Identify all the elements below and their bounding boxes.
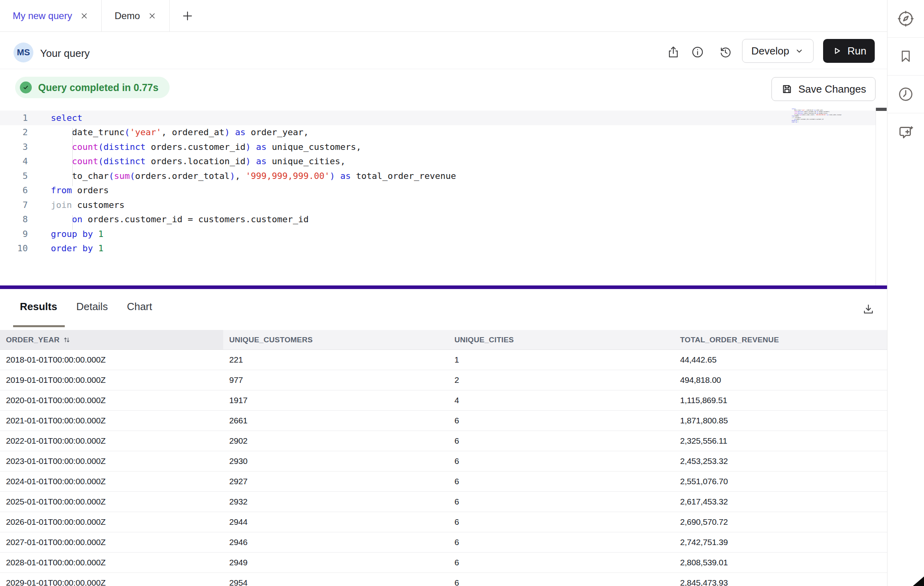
table-cell: 44,442.65 xyxy=(680,355,717,365)
table-cell: 2,742,751.39 xyxy=(680,537,728,547)
code-line: 10order by 1 xyxy=(0,241,876,256)
sidebar-button-compass[interactable] xyxy=(887,0,924,38)
save-changes-button[interactable]: Save Changes xyxy=(771,77,876,101)
table-cell: 2,325,556.11 xyxy=(680,436,727,446)
column-header-total_order_revenue[interactable]: TOTAL_ORDER_REVENUE xyxy=(680,336,779,344)
table-row[interactable]: 2029-01-01T00:00:00.000Z295462,845,473.9… xyxy=(0,573,887,586)
avatar: MS xyxy=(14,43,33,62)
table-cell: 2930 xyxy=(229,456,247,466)
table-cell: 221 xyxy=(229,355,243,365)
table-row[interactable]: 2020-01-01T00:00:00.000Z191741,115,869.5… xyxy=(0,390,887,411)
table-row[interactable]: 2018-01-01T00:00:00.000Z221144,442.65 xyxy=(0,350,887,370)
tab-label: Demo xyxy=(114,10,140,21)
download-results-button[interactable] xyxy=(862,303,875,316)
code-line: 8 on orders.customer_id = customers.cust… xyxy=(0,212,876,227)
table-cell: 977 xyxy=(229,375,243,385)
tab-label: My new query xyxy=(13,10,72,21)
check-icon xyxy=(20,81,32,93)
mouse-cursor xyxy=(913,576,924,586)
ai-assistant-icon xyxy=(897,123,915,142)
line-number: 2 xyxy=(0,127,28,137)
save-icon xyxy=(781,83,793,95)
share-icon[interactable] xyxy=(667,45,680,59)
table-cell: 2,845,473.93 xyxy=(680,578,728,586)
table-row[interactable]: 2028-01-01T00:00:00.000Z294962,808,539.0… xyxy=(0,553,887,573)
table-cell: 2020-01-01T00:00:00.000Z xyxy=(6,396,106,405)
sort-icon[interactable] xyxy=(63,336,71,344)
table-row[interactable]: 2024-01-01T00:00:00.000Z292762,551,076.7… xyxy=(0,472,887,492)
table-cell: 2944 xyxy=(229,517,247,527)
indent-guide xyxy=(72,128,73,186)
column-header-label: ORDER_YEAR xyxy=(6,336,60,344)
save-changes-label: Save Changes xyxy=(798,83,866,95)
panel-resize-divider[interactable] xyxy=(0,285,887,289)
table-cell: 494,818.00 xyxy=(680,375,721,385)
download-icon xyxy=(862,303,875,316)
table-row[interactable]: 2026-01-01T00:00:00.000Z294462,690,570.7… xyxy=(0,512,887,532)
table-cell: 6 xyxy=(454,578,459,586)
sql-code-editor[interactable]: 1select2 date_trunc('year', ordered_at) … xyxy=(0,108,876,285)
results-tab-bar: ResultsDetailsChart xyxy=(20,301,152,313)
page-title: Your query xyxy=(40,47,90,60)
sidebar-button-clock[interactable] xyxy=(887,76,924,113)
run-button[interactable]: Run xyxy=(823,39,875,63)
new-tab-button[interactable] xyxy=(170,0,205,31)
code-lines: 1select2 date_trunc('year', ordered_at) … xyxy=(0,111,876,256)
table-cell: 2927 xyxy=(229,477,247,486)
table-cell: 2932 xyxy=(229,497,247,506)
table-cell: 2022-01-01T00:00:00.000Z xyxy=(6,436,106,446)
column-header-unique_customers[interactable]: UNIQUE_CUSTOMERS xyxy=(229,336,313,344)
close-icon[interactable] xyxy=(148,12,157,20)
editor-minimap[interactable]: select date_trunc('year', ordered_at) as… xyxy=(792,108,851,128)
results-tab-chart[interactable]: Chart xyxy=(127,301,152,313)
table-row[interactable]: 2027-01-01T00:00:00.000Z294662,742,751.3… xyxy=(0,532,887,553)
close-icon[interactable] xyxy=(80,12,89,20)
code-line: 5 to_char(sum(orders.order_total), '999,… xyxy=(0,169,876,183)
line-number: 10 xyxy=(0,243,28,253)
table-cell: 2026-01-01T00:00:00.000Z xyxy=(6,517,106,527)
table-cell: 2,808,539.01 xyxy=(680,558,728,567)
table-row[interactable]: 2022-01-01T00:00:00.000Z290262,325,556.1… xyxy=(0,431,887,451)
line-number: 5 xyxy=(0,171,28,181)
clock-icon xyxy=(897,85,914,103)
develop-button-label: Develop xyxy=(751,45,789,57)
table-cell: 2902 xyxy=(229,436,247,446)
table-cell: 2029-01-01T00:00:00.000Z xyxy=(6,578,106,586)
column-header-label: UNIQUE_CUSTOMERS xyxy=(229,336,313,344)
results-tab-details[interactable]: Details xyxy=(76,301,108,313)
table-cell: 2025-01-01T00:00:00.000Z xyxy=(6,497,106,506)
column-header-unique_cities[interactable]: UNIQUE_CITIES xyxy=(454,336,514,344)
code-line: 3 count(distinct orders.customer_id) as … xyxy=(0,140,876,154)
table-cell: 1,871,800.85 xyxy=(680,416,728,425)
active-tab-underline xyxy=(13,325,65,327)
table-cell: 2,453,253.32 xyxy=(680,456,728,466)
table-cell: 2661 xyxy=(229,416,247,425)
table-cell: 6 xyxy=(454,416,459,425)
table-row[interactable]: 2023-01-01T00:00:00.000Z293062,453,253.3… xyxy=(0,451,887,472)
column-header-order_year[interactable]: ORDER_YEAR xyxy=(6,336,71,344)
editor-scrollbar-track xyxy=(876,108,887,285)
develop-button[interactable]: Develop xyxy=(742,39,814,63)
editor-scrollbar-thumb[interactable] xyxy=(876,108,887,111)
info-icon[interactable] xyxy=(691,45,704,59)
table-cell: 1917 xyxy=(229,396,247,405)
query-tab-demo[interactable]: Demo xyxy=(102,0,170,31)
line-number: 6 xyxy=(0,185,28,195)
table-row[interactable]: 2021-01-01T00:00:00.000Z266161,871,800.8… xyxy=(0,411,887,431)
history-icon[interactable] xyxy=(719,45,732,59)
results-tab-results[interactable]: Results xyxy=(20,301,57,313)
query-tab-my-new-query[interactable]: My new query xyxy=(0,0,102,31)
code-line: 1select xyxy=(0,111,876,125)
table-row[interactable]: 2019-01-01T00:00:00.000Z9772494,818.00 xyxy=(0,370,887,390)
sidebar-button-bookmark[interactable] xyxy=(887,38,924,76)
table-cell: 2 xyxy=(454,375,459,385)
query-tab-strip: My new queryDemo xyxy=(0,0,887,32)
sidebar-button-ai-assistant[interactable] xyxy=(887,113,924,151)
table-cell: 2027-01-01T00:00:00.000Z xyxy=(6,537,106,547)
chevron-down-icon xyxy=(794,46,804,56)
table-row[interactable]: 2025-01-01T00:00:00.000Z293262,617,453.3… xyxy=(0,492,887,512)
indent-guide xyxy=(72,215,73,230)
column-header-label: TOTAL_ORDER_REVENUE xyxy=(680,336,779,344)
code-line: 9group by 1 xyxy=(0,227,876,241)
table-cell: 2954 xyxy=(229,578,247,586)
